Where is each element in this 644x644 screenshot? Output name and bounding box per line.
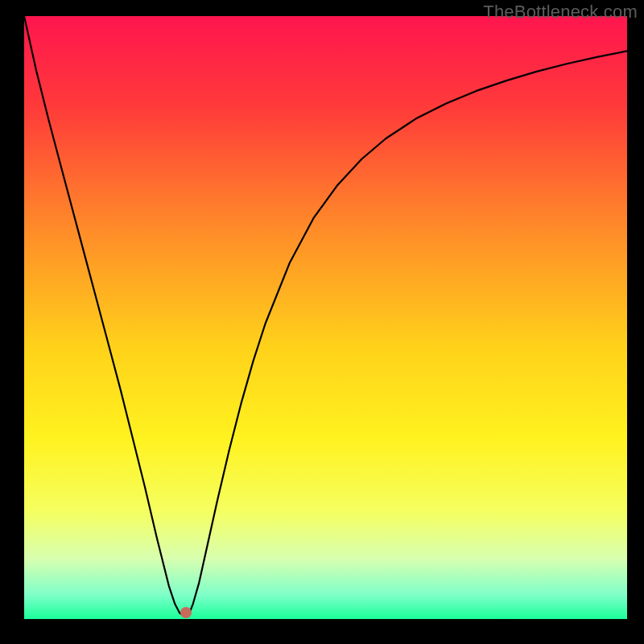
chart-frame: TheBottleneck.com (0, 0, 644, 644)
optimal-point-marker (180, 607, 192, 618)
curve-layer (24, 16, 627, 619)
watermark-text: TheBottleneck.com (483, 2, 638, 23)
bottleneck-curve (24, 16, 627, 616)
